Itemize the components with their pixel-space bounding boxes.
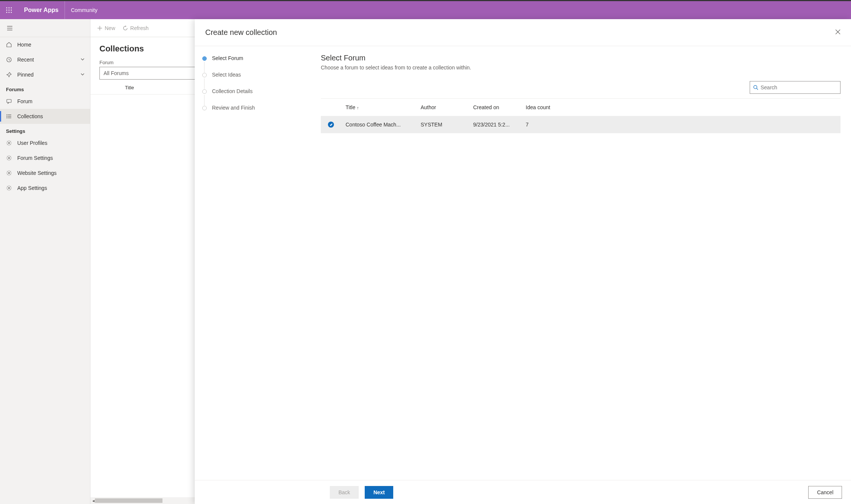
- nav-app-settings[interactable]: App Settings: [0, 181, 90, 196]
- nav-pinned[interactable]: Pinned: [0, 67, 90, 82]
- sort-asc-icon: ↑: [357, 105, 359, 110]
- svg-point-7: [9, 12, 10, 13]
- nav-forum-settings-label: Forum Settings: [17, 155, 53, 161]
- step-select-forum[interactable]: Select Forum: [201, 55, 315, 72]
- next-button[interactable]: Next: [365, 486, 393, 499]
- close-icon: [835, 29, 840, 35]
- step-label: Select Ideas: [212, 72, 241, 88]
- list-icon: [5, 113, 13, 119]
- svg-point-3: [6, 10, 8, 11]
- panel-footer: Back Next Cancel: [195, 480, 851, 504]
- content-area: New Refresh Collections Forum All Forums…: [90, 19, 851, 504]
- chevron-down-icon: [80, 72, 85, 78]
- nav-collapse-button[interactable]: [0, 19, 90, 37]
- area-name[interactable]: Community: [65, 7, 104, 13]
- home-icon: [5, 42, 13, 48]
- col-created[interactable]: Created on: [469, 104, 521, 110]
- panel-header: Create new collection: [195, 19, 851, 46]
- forum-filter-value: All Forums: [104, 70, 129, 76]
- nav-website-settings[interactable]: Website Settings: [0, 165, 90, 181]
- svg-point-5: [11, 10, 12, 11]
- col-title[interactable]: Title↑: [341, 104, 416, 110]
- svg-point-2: [11, 8, 12, 9]
- step-collection-details[interactable]: Collection Details: [201, 88, 315, 105]
- gear-icon: [5, 185, 13, 191]
- grid-header: Title↑ Author Created on Idea count: [321, 99, 840, 116]
- hamburger-icon: [7, 25, 13, 31]
- step-select-ideas[interactable]: Select Ideas: [201, 72, 315, 88]
- nav-user-profiles[interactable]: User Profiles: [0, 135, 90, 150]
- chevron-down-icon: [80, 57, 85, 63]
- grid-col-title[interactable]: Title: [99, 85, 159, 90]
- svg-point-6: [6, 12, 8, 13]
- nav-forum[interactable]: Forum: [0, 94, 90, 109]
- svg-point-28: [754, 86, 757, 89]
- step-review-finish[interactable]: Review and Finish: [201, 105, 315, 121]
- wizard-steps: Select Forum Select Ideas Collection Det…: [195, 46, 321, 480]
- refresh-button[interactable]: Refresh: [123, 25, 149, 31]
- svg-point-22: [8, 172, 10, 174]
- col-idea-count[interactable]: Idea count: [521, 104, 566, 110]
- search-box[interactable]: [750, 81, 840, 94]
- step-label: Review and Finish: [212, 105, 255, 121]
- nav-app-settings-label: App Settings: [17, 185, 47, 191]
- new-button[interactable]: New: [97, 25, 115, 31]
- gear-icon: [5, 140, 13, 146]
- search-icon: [753, 85, 758, 90]
- nav-collections[interactable]: Collections: [0, 109, 90, 124]
- row-title: Contoso Coffee Mach...: [341, 122, 416, 128]
- site-nav: Home Recent Pinned Forums Forum Collecti…: [0, 19, 90, 504]
- checkmark-icon: [328, 122, 334, 128]
- pin-icon: [5, 72, 13, 78]
- nav-collections-label: Collections: [17, 113, 43, 119]
- step-dot-icon: [202, 56, 207, 61]
- nav-forum-settings[interactable]: Forum Settings: [0, 150, 90, 165]
- global-header: Power Apps Community: [0, 1, 851, 19]
- row-created: 9/23/2021 5:2...: [469, 122, 521, 128]
- svg-point-0: [6, 8, 8, 9]
- nav-forum-label: Forum: [17, 98, 32, 104]
- cancel-button[interactable]: Cancel: [808, 486, 842, 499]
- forum-grid: Title↑ Author Created on Idea count Cont…: [321, 98, 840, 133]
- search-input[interactable]: [761, 84, 837, 90]
- back-button[interactable]: Back: [330, 486, 359, 499]
- step-dot-icon: [202, 73, 207, 77]
- wizard-subheading: Choose a forum to select ideas from to c…: [321, 65, 840, 71]
- nav-section-forums: Forums: [0, 82, 90, 94]
- nav-home[interactable]: Home: [0, 37, 90, 52]
- col-author[interactable]: Author: [416, 104, 469, 110]
- nav-home-label: Home: [17, 42, 31, 48]
- svg-point-18: [7, 116, 8, 117]
- row-author: SYSTEM: [416, 122, 469, 128]
- svg-point-17: [7, 114, 8, 115]
- row-count: 7: [521, 122, 566, 128]
- refresh-button-label: Refresh: [130, 25, 149, 31]
- nav-website-settings-label: Website Settings: [17, 170, 57, 176]
- main-layout: Home Recent Pinned Forums Forum Collecti…: [0, 19, 851, 504]
- product-name[interactable]: Power Apps: [18, 1, 65, 19]
- nav-recent[interactable]: Recent: [0, 52, 90, 67]
- svg-line-29: [757, 89, 758, 90]
- step-label: Select Forum: [212, 55, 243, 72]
- scroll-thumb[interactable]: [95, 498, 162, 503]
- create-collection-panel: Create new collection Select Forum Selec…: [195, 19, 851, 504]
- grid-row[interactable]: Contoso Coffee Mach... SYSTEM 9/23/2021 …: [321, 116, 840, 133]
- waffle-icon: [6, 7, 12, 13]
- chat-icon: [5, 98, 13, 104]
- wizard-content: Select Forum Choose a forum to select id…: [321, 46, 851, 480]
- app-launcher-button[interactable]: [0, 1, 18, 19]
- gear-icon: [5, 155, 13, 161]
- plus-icon: [97, 26, 102, 31]
- step-dot-icon: [202, 89, 207, 94]
- panel-title: Create new collection: [205, 28, 277, 37]
- svg-point-21: [8, 157, 10, 159]
- panel-close-button[interactable]: [835, 29, 840, 36]
- svg-rect-13: [7, 99, 11, 102]
- row-select-cell[interactable]: [321, 122, 341, 128]
- svg-point-19: [7, 117, 8, 118]
- clock-icon: [5, 57, 13, 63]
- nav-pinned-label: Pinned: [17, 72, 34, 78]
- svg-point-1: [9, 8, 10, 9]
- svg-point-8: [11, 12, 12, 13]
- gear-icon: [5, 170, 13, 176]
